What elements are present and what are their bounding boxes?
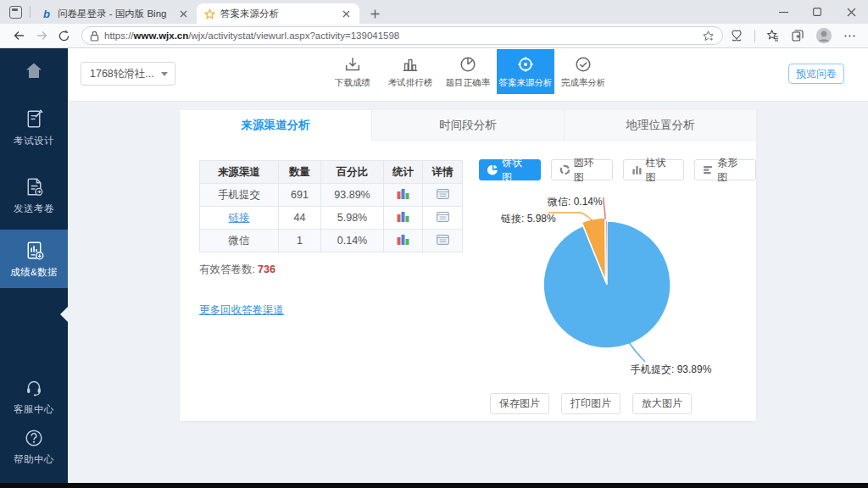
bing-favicon-icon: b [41, 8, 53, 19]
sidebar-item-customer-service[interactable]: 客服中心 [0, 377, 68, 416]
nav-question-accuracy[interactable]: 题目正确率 [439, 49, 497, 94]
save-image-button[interactable]: 保存图片 [490, 393, 549, 414]
valid-responses: 有效答卷数:736 [199, 263, 275, 277]
tab-manager-icon[interactable] [9, 6, 22, 19]
close-button[interactable] [834, 0, 868, 24]
leader-line-phone [628, 341, 645, 362]
pie-chart-icon [487, 164, 498, 175]
new-tab-button[interactable] [364, 3, 385, 24]
collections-icon[interactable] [791, 29, 804, 42]
sidebar-item-send-exam[interactable]: 发送考卷 [0, 175, 68, 215]
valid-responses-label: 有效答卷数: [199, 263, 255, 275]
detail-cell[interactable] [423, 207, 463, 230]
channel-cell: 微信 [200, 230, 279, 252]
survey-selector-value: 1768轮滑社... [90, 67, 154, 81]
tab-title: 问卷星登录 - 国内版 Bing [58, 8, 171, 20]
tab-time-period[interactable]: 时间段分析 [371, 110, 564, 141]
survey-selector-dropdown[interactable]: 1768轮滑社... [81, 62, 175, 86]
percent-cell: 5.98% [321, 207, 384, 230]
tab-close-icon[interactable] [339, 7, 353, 20]
print-image-button[interactable]: 打印图片 [561, 393, 620, 414]
sidebar-item-help-center[interactable]: 帮助中心 [0, 427, 68, 466]
donut-chart-icon [559, 164, 570, 175]
active-item-notch [60, 307, 68, 322]
sidebar-item-home[interactable] [0, 60, 68, 80]
pie-label-phone: 手机提交: 93.89% [631, 363, 711, 377]
preview-survey-button[interactable]: 预览问卷 [788, 64, 844, 84]
channel-cell: 手机提交 [200, 184, 279, 207]
stats-nav: 下载成绩 考试排行榜 题目正确率 答案来源分析 完成率分析 [324, 49, 612, 94]
mini-bars-icon [397, 211, 410, 222]
profile-avatar[interactable] [815, 27, 832, 44]
source-channel-table: 来源渠道 数量 百分比 统计 详情 手机提交 691 93.89% 链接 44 … [199, 160, 463, 252]
nav-download-scores[interactable]: 下载成绩 [324, 49, 381, 94]
chart-button-label: 条形图 [717, 156, 748, 185]
browser-titlebar: b 问卷星登录 - 国内版 Bing 答案来源分析 [0, 0, 868, 24]
stats-cell[interactable] [384, 207, 423, 230]
percent-cell: 93.89% [321, 184, 384, 207]
pie-slice-phone[interactable] [543, 221, 670, 348]
tab-geolocation[interactable]: 地理位置分析 [564, 110, 756, 141]
nav-completion-rate[interactable]: 完成率分析 [554, 49, 612, 94]
nav-label: 答案来源分析 [499, 77, 553, 89]
forward-icon[interactable] [31, 25, 53, 46]
table-header-row: 来源渠道 数量 百分比 统计 详情 [200, 161, 463, 184]
add-favorite-icon[interactable] [702, 30, 715, 42]
horizontal-bars-icon [703, 164, 714, 175]
home-icon [24, 60, 44, 80]
table-row: 手机提交 691 93.89% [200, 184, 463, 207]
maximize-button[interactable] [800, 0, 834, 24]
enlarge-image-button[interactable]: 放大图片 [632, 393, 692, 414]
chart-button-label: 柱状图 [645, 156, 676, 185]
browser-tab-bing[interactable]: b 问卷星登录 - 国内版 Bing [34, 3, 197, 24]
browser-essentials-icon[interactable] [730, 29, 743, 42]
col-header: 百分比 [321, 161, 384, 184]
pie-outline-icon [459, 55, 477, 74]
nav-exam-ranking[interactable]: 考试排行榜 [381, 49, 439, 94]
bar-chart-button[interactable]: 条形图 [694, 159, 756, 180]
taskbar-edge [0, 483, 868, 488]
favorites-icon[interactable] [766, 29, 780, 42]
url-input[interactable]: https://www.wjx.cn/wjx/activitystat/view… [81, 26, 723, 45]
column-chart-button[interactable]: 柱状图 [623, 159, 685, 180]
target-icon [516, 55, 535, 74]
channel-link[interactable]: 链接 [229, 212, 250, 224]
question-icon [23, 427, 45, 449]
more-channels-link[interactable]: 更多回收答卷渠道 [199, 303, 284, 318]
refresh-icon[interactable] [53, 25, 75, 46]
tab-close-icon[interactable] [176, 7, 190, 20]
menu-ellipsis-icon[interactable] [843, 30, 856, 42]
detail-window-icon [437, 189, 449, 199]
divider [754, 30, 755, 42]
doc-chart-icon [23, 239, 46, 262]
sidebar-item-scores-data[interactable]: 成绩&数据 [0, 230, 68, 288]
count-cell: 1 [279, 230, 321, 252]
mini-bars-icon [397, 188, 410, 199]
browser-address-bar: https://www.wjx.cn/wjx/activitystat/view… [0, 24, 868, 48]
stats-cell[interactable] [384, 184, 423, 207]
tab-source-channel[interactable]: 来源渠道分析 [180, 110, 371, 141]
url-text: https://www.wjx.cn/wjx/activitystat/view… [104, 30, 702, 41]
bar-chart-icon [401, 55, 420, 74]
pie-chart-button[interactable]: 饼状图 [479, 159, 541, 180]
sidebar-item-exam-design[interactable]: 考试设计 [0, 108, 68, 147]
stats-cell[interactable] [384, 230, 423, 252]
col-header: 详情 [423, 161, 463, 184]
image-action-buttons: 保存图片 打印图片 放大图片 [490, 393, 692, 414]
nav-answer-source-analysis[interactable]: 答案来源分析 [497, 49, 554, 94]
donut-chart-button[interactable]: 圆环图 [551, 159, 613, 180]
detail-cell[interactable] [423, 184, 463, 207]
download-icon [343, 55, 362, 74]
pie-label-wechat: 微信: 0.14% [548, 195, 603, 209]
browser-action-icons [730, 27, 856, 44]
browser-tab-active[interactable]: 答案来源分析 [197, 3, 359, 24]
back-icon[interactable] [8, 25, 31, 46]
lock-icon [90, 30, 99, 42]
chart-type-buttons: 饼状图 圆环图 柱状图 条形图 [479, 159, 756, 180]
minimize-button[interactable] [766, 0, 800, 24]
col-header: 来源渠道 [200, 161, 279, 184]
detail-cell[interactable] [423, 230, 463, 252]
doc-send-icon [23, 175, 46, 198]
nav-label: 考试排行榜 [388, 77, 433, 89]
count-cell: 691 [279, 184, 321, 207]
